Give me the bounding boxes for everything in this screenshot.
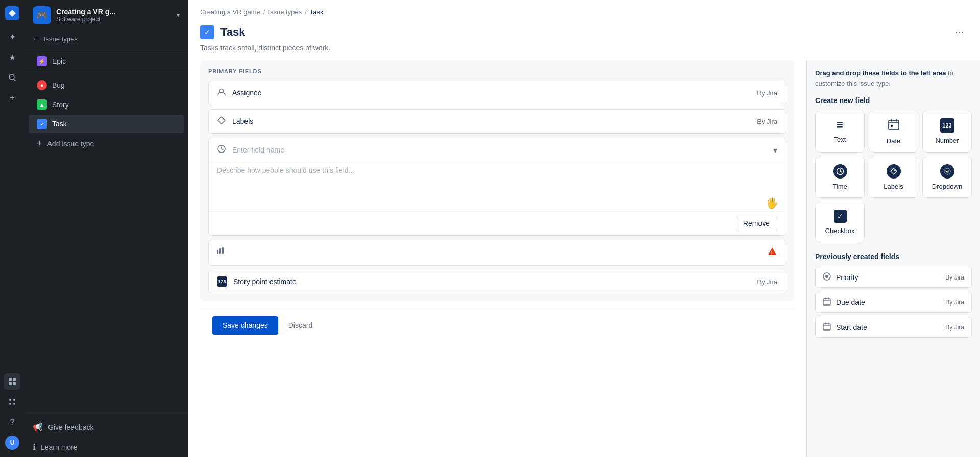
sidebar-issue-types-header[interactable]: ← Issue types xyxy=(24,31,188,47)
svg-rect-3 xyxy=(9,378,12,381)
svg-point-10 xyxy=(13,403,15,405)
field-type-text[interactable]: ≡ Text xyxy=(815,111,865,153)
time-type-label: Time xyxy=(832,183,847,190)
app-logo[interactable] xyxy=(5,6,19,20)
field-type-labels[interactable]: Labels xyxy=(869,157,918,198)
sidebar-divider-3 xyxy=(24,415,188,415)
nav-user-icon[interactable]: U xyxy=(4,435,20,451)
field-type-dropdown[interactable]: Dropdown xyxy=(922,157,972,198)
nav-favorites-icon[interactable]: ★ xyxy=(4,49,20,65)
text-type-icon: ≡ xyxy=(837,118,843,132)
save-changes-button[interactable]: Save changes xyxy=(212,316,278,335)
field-type-checkbox[interactable]: ✓ Checkbox xyxy=(815,202,865,242)
number-type-label: Number xyxy=(935,137,959,144)
story-point-source: By Jira xyxy=(757,278,777,286)
checkbox-type-label: Checkbox xyxy=(825,227,855,235)
save-bar: Save changes Discard xyxy=(200,310,794,341)
checkbox-type-icon: ✓ xyxy=(834,210,847,223)
svg-point-7 xyxy=(9,399,11,401)
assignee-name: Assignee xyxy=(232,89,751,97)
svg-point-8 xyxy=(13,399,15,401)
page-description: Tasks track small, distinct pieces of wo… xyxy=(188,42,980,60)
svg-rect-6 xyxy=(13,382,16,385)
project-info: Creating a VR g... Software project xyxy=(56,8,172,23)
nav-search-icon[interactable] xyxy=(4,69,20,86)
field-type-time[interactable]: Time xyxy=(815,157,865,198)
field-row-labels[interactable]: Labels By Jira xyxy=(208,109,786,134)
prev-field-start-date[interactable]: Start date By Jira xyxy=(815,317,972,338)
create-new-field-label: Create new field xyxy=(815,96,972,105)
svg-rect-16 xyxy=(222,247,224,254)
svg-point-9 xyxy=(9,403,11,405)
page-header: ✓ Task ··· xyxy=(188,20,980,42)
project-header[interactable]: 🎮 Creating a VR g... Software project ▾ xyxy=(24,0,188,31)
sidebar-item-epic[interactable]: ⚡ Epic xyxy=(29,52,184,70)
nav-rail: ✦ ★ + ? U xyxy=(0,0,24,457)
start-date-icon xyxy=(823,322,831,332)
nav-help-icon[interactable]: ? xyxy=(4,414,20,430)
date-type-icon xyxy=(888,118,900,133)
add-issue-type-label: Add issue type xyxy=(47,140,94,148)
svg-rect-25 xyxy=(823,299,830,305)
labels-name: Labels xyxy=(232,117,751,125)
field-row-top: ▾ xyxy=(209,138,786,162)
svg-point-22 xyxy=(944,168,950,174)
sidebar-add-issue-type[interactable]: + Add issue type xyxy=(29,134,184,153)
priority-icon xyxy=(823,272,831,282)
sidebar-item-bug[interactable]: ● Bug xyxy=(29,76,184,94)
info-icon: ℹ xyxy=(33,442,36,452)
task-icon: ✓ xyxy=(37,119,47,129)
due-date-name: Due date xyxy=(836,298,940,307)
due-date-source: By Jira xyxy=(945,299,964,306)
breadcrumb: Creating a VR game / Issue types / Task xyxy=(188,0,980,20)
field-description-area xyxy=(209,162,786,195)
page-menu-button[interactable]: ··· xyxy=(951,24,968,40)
sidebar-bottom: 📢 Give feedback ℹ Learn more xyxy=(24,413,188,457)
sidebar-divider-2 xyxy=(24,73,188,73)
field-row-editing: ▾ 🖐 Remove xyxy=(208,138,786,236)
primary-fields-label: PRIMARY FIELDS xyxy=(208,68,786,74)
field-type-date[interactable]: Date xyxy=(869,111,918,153)
field-chevron-icon[interactable]: ▾ xyxy=(773,145,777,155)
field-row-assignee[interactable]: Assignee By Jira xyxy=(208,81,786,105)
remove-field-button[interactable]: Remove xyxy=(736,216,777,231)
sidebar: 🎮 Creating a VR g... Software project ▾ … xyxy=(24,0,188,457)
task-label: Task xyxy=(52,120,67,128)
breadcrumb-project[interactable]: Creating a VR game xyxy=(200,8,260,16)
sidebar-learn-more[interactable]: ℹ Learn more xyxy=(24,437,188,457)
breadcrumb-issue-types[interactable]: Issue types xyxy=(268,8,302,16)
nav-board-icon[interactable] xyxy=(4,373,20,390)
prev-field-due-date[interactable]: Due date By Jira xyxy=(815,292,972,313)
svg-line-2 xyxy=(14,79,15,81)
prev-field-priority[interactable]: Priority By Jira xyxy=(815,267,972,288)
epic-label: Epic xyxy=(52,57,66,65)
labels-type-label: Labels xyxy=(884,183,903,190)
breadcrumb-sep-2: / xyxy=(305,8,307,16)
assignee-source: By Jira xyxy=(757,89,777,97)
sidebar-item-story[interactable]: ▲ Story xyxy=(29,95,184,114)
svg-rect-5 xyxy=(9,382,12,385)
time-field-icon xyxy=(217,144,226,156)
issue-types-label: Issue types xyxy=(44,35,78,43)
nav-create-icon[interactable]: + xyxy=(4,90,20,106)
give-feedback-label: Give feedback xyxy=(48,423,94,431)
nav-apps-icon[interactable] xyxy=(4,394,20,410)
field-row-story-point[interactable]: 123 Story point estimate By Jira xyxy=(208,270,786,293)
field-type-grid: ≡ Text Date 123 Number xyxy=(815,111,972,242)
discard-button[interactable]: Discard xyxy=(284,316,316,335)
sidebar-item-task[interactable]: ✓ Task xyxy=(29,115,184,133)
text-type-label: Text xyxy=(834,136,846,143)
field-name-input[interactable] xyxy=(232,146,767,154)
field-row-error[interactable]: ! xyxy=(208,240,786,266)
field-type-number[interactable]: 123 Number xyxy=(922,111,972,153)
field-description-input[interactable] xyxy=(217,162,777,187)
field-actions: Remove xyxy=(209,211,786,235)
nav-home-icon[interactable]: ✦ xyxy=(4,29,20,45)
project-type: Software project xyxy=(56,16,172,23)
task-icon-large: ✓ xyxy=(200,25,214,39)
svg-point-21 xyxy=(894,169,896,171)
sidebar-give-feedback[interactable]: 📢 Give feedback xyxy=(24,417,188,437)
dropdown-type-label: Dropdown xyxy=(932,183,962,190)
assignee-icon xyxy=(217,87,226,98)
bug-icon: ● xyxy=(37,80,47,90)
